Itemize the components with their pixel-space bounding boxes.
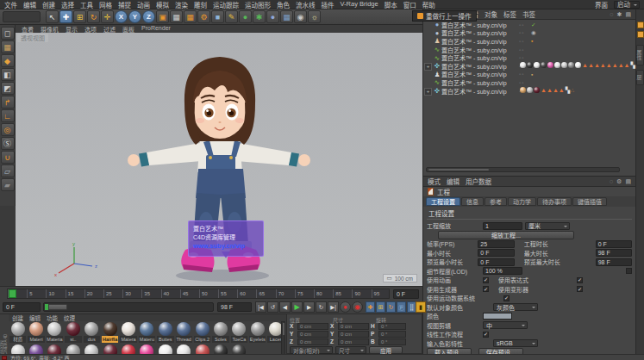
material-tag[interactable] xyxy=(527,62,533,68)
Thread[interactable]: Thread xyxy=(175,321,193,343)
visibility-toggles[interactable]: ◦◦ xyxy=(519,71,531,77)
object-manager-menu-item[interactable]: 标签 xyxy=(503,9,516,19)
material-item[interactable] xyxy=(64,344,82,354)
filter-icon[interactable]: ✱ xyxy=(617,11,622,18)
make-editable-button[interactable]: ◻ xyxy=(1,27,15,40)
viewport-menu-item[interactable]: 选项 xyxy=(84,25,97,34)
material-item[interactable] xyxy=(9,344,27,354)
render-view-button[interactable]: ▦ xyxy=(170,10,183,23)
selection-tag[interactable]: ▲ xyxy=(606,62,612,68)
object-manager-menu-item[interactable]: 书签 xyxy=(522,9,535,19)
model-mode-button[interactable]: ↱ xyxy=(1,96,15,109)
material-tag[interactable] xyxy=(534,62,540,68)
keyframe-selection-button[interactable]: ▮ xyxy=(416,301,426,313)
project-scale-field[interactable]: 1 xyxy=(483,222,522,230)
attribute-tab[interactable]: 待办事项 xyxy=(537,197,572,206)
st..[interactable]: st.. xyxy=(64,321,82,343)
subdivision-surface-menu[interactable]: ● xyxy=(239,10,252,23)
object-type-icon[interactable]: ● xyxy=(433,29,441,37)
points-mode-button[interactable]: ◆ xyxy=(1,54,15,67)
texture-mode-button[interactable]: ▦ xyxy=(1,40,15,53)
material-item[interactable] xyxy=(27,344,45,354)
object-row[interactable]: ● 置白艺术™ - suby.cn/vip ◦◦ ✓ xyxy=(423,21,635,29)
play-backwards-button[interactable]: ↺ xyxy=(267,301,278,313)
menu-item[interactable]: 编辑 xyxy=(23,0,36,9)
selection-tag[interactable]: ▲ xyxy=(612,62,618,68)
object-type-icon[interactable]: ♟ xyxy=(433,71,441,78)
last-used-tool[interactable]: ✛ xyxy=(101,10,114,23)
object-manager-menu-item[interactable]: 对象 xyxy=(485,9,497,19)
horizontal-scrollbar[interactable] xyxy=(426,167,620,172)
coordinate-system-toggle[interactable]: ▣ xyxy=(156,10,169,23)
layer-icon[interactable] xyxy=(637,31,644,38)
object-tag-icon[interactable]: ✓ xyxy=(531,22,535,28)
object-name[interactable]: 置白艺术™ - suby.cn/vip xyxy=(441,28,519,37)
fps-field[interactable]: 25 xyxy=(478,240,514,248)
environment-menu[interactable]: ▦ xyxy=(280,10,293,23)
selection-tag[interactable]: ▲ xyxy=(582,62,588,68)
size-field[interactable]: 0 cm xyxy=(338,323,369,330)
save-preset-button[interactable]: 保存预设... xyxy=(478,348,523,354)
ToeCa[interactable]: ToeCa xyxy=(230,321,248,343)
move-tool[interactable]: ✚ xyxy=(59,10,72,23)
menu-item[interactable]: 流水线 xyxy=(296,0,316,9)
attribute-menu-item[interactable]: 用户数据 xyxy=(466,177,491,186)
preview-max-field[interactable]: 98 F xyxy=(596,258,632,266)
use-generators-checkbox[interactable]: ✓ xyxy=(483,286,489,292)
scrollbar-thumb[interactable] xyxy=(428,169,489,171)
material-item[interactable] xyxy=(119,344,137,354)
material-item[interactable] xyxy=(156,344,174,354)
polygons-mode-button[interactable]: ◩ xyxy=(1,82,15,95)
attribute-tab[interactable]: 信息 xyxy=(461,197,484,206)
menu-item[interactable]: 插件 xyxy=(322,0,335,9)
search-icon[interactable]: ◌ xyxy=(610,11,613,18)
menu-item[interactable]: 角色 xyxy=(277,0,290,9)
lock-x-axis[interactable]: X xyxy=(115,10,128,23)
snap-toggle[interactable]: Ⓢ xyxy=(1,137,15,150)
Buttes[interactable]: Buttes xyxy=(156,321,174,343)
Materia[interactable]: Materia xyxy=(46,321,64,343)
Materu[interactable]: Materu xyxy=(138,321,156,343)
record-scale-toggle[interactable]: ⊞ xyxy=(376,301,385,313)
attribute-tab[interactable]: 动力学 xyxy=(508,197,536,206)
use-animation-checkbox[interactable]: ✓ xyxy=(483,277,489,283)
frame-end-field[interactable]: 98 F xyxy=(217,302,252,312)
Materi[interactable]: Materi xyxy=(27,321,45,343)
viewport-menu-item[interactable]: 摄像机 xyxy=(41,25,59,34)
light-menu[interactable]: ☼ xyxy=(308,10,321,23)
menu-item[interactable]: 雕刻 xyxy=(194,0,207,9)
material-item[interactable] xyxy=(138,344,156,354)
material-tag[interactable] xyxy=(520,87,526,93)
object-row[interactable]: ∿ 置白艺术™ - suby.cn/vip ◦◦ xyxy=(423,78,635,87)
slider-thumb[interactable] xyxy=(48,304,67,310)
gear-icon[interactable]: ⚙ xyxy=(616,178,622,185)
previous-frame-button[interactable]: ◀ xyxy=(279,301,291,313)
apply-button[interactable]: 应用 xyxy=(369,346,403,354)
material-tag[interactable] xyxy=(527,87,533,93)
menu-item[interactable]: 模拟 xyxy=(156,0,169,9)
object-name[interactable]: 置白艺术™ - suby.cn/vip xyxy=(441,62,519,71)
timeline-playhead[interactable] xyxy=(9,289,16,298)
default-object-color-dropdown[interactable]: 灰颜色 xyxy=(493,303,538,311)
material-item[interactable] xyxy=(230,344,248,354)
selection-tag[interactable]: ▲ xyxy=(588,62,594,68)
selection-tag[interactable]: ▲ xyxy=(547,87,553,93)
material-tag[interactable] xyxy=(575,62,581,68)
Hairfla[interactable]: Hairfla xyxy=(101,321,119,343)
dus[interactable]: dus xyxy=(83,321,101,343)
mograph-menu[interactable]: ✱ xyxy=(253,10,266,23)
position-field[interactable]: 0 cm xyxy=(297,323,328,330)
visibility-toggles[interactable]: ◦◦ xyxy=(519,47,531,53)
visibility-toggles[interactable]: ◦◦ xyxy=(519,80,531,85)
preview-min-field[interactable]: 0 F xyxy=(478,258,514,266)
material-item[interactable] xyxy=(46,344,64,354)
input-color-profile-dropdown[interactable]: sRGB xyxy=(493,339,538,347)
material-item[interactable] xyxy=(83,344,101,354)
material-tag[interactable] xyxy=(547,62,553,68)
phong-tag[interactable]: ▚ xyxy=(566,87,570,93)
list-icon[interactable]: ▤ xyxy=(625,178,631,185)
Eyelets[interactable]: Eyelets xyxy=(248,321,266,343)
material-item[interactable] xyxy=(101,344,119,354)
lock-z-axis[interactable]: Z xyxy=(142,10,155,23)
duration-field[interactable]: 0 F xyxy=(596,240,632,248)
